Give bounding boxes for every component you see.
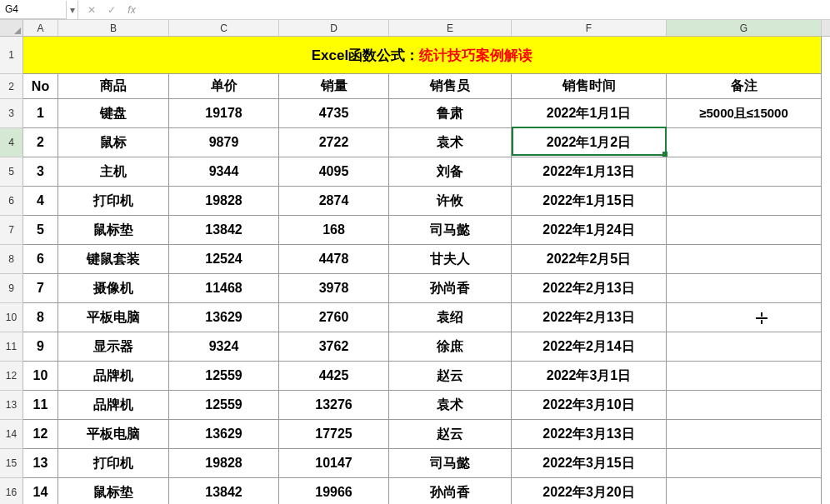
cell[interactable]: 3 — [23, 157, 58, 187]
row-header-1[interactable]: 1 — [0, 37, 23, 74]
cell[interactable]: 刘备 — [389, 157, 512, 187]
cell[interactable]: 9324 — [169, 332, 279, 362]
cell[interactable]: 9344 — [169, 157, 279, 187]
name-box[interactable]: G4 — [0, 1, 67, 19]
cell[interactable]: 2760 — [279, 303, 389, 332]
cell[interactable]: 13629 — [169, 420, 279, 449]
col-header-F[interactable]: F — [512, 20, 667, 36]
cell[interactable]: 2022年1月15日 — [512, 187, 667, 216]
row-header-13[interactable]: 13 — [0, 391, 23, 420]
cell[interactable]: 17725 — [279, 420, 389, 449]
cell[interactable]: 袁绍 — [389, 303, 512, 332]
remark-cell[interactable] — [667, 332, 822, 362]
remark-cell[interactable] — [667, 449, 822, 478]
cell[interactable]: 12559 — [169, 391, 279, 420]
cell[interactable]: 11468 — [169, 274, 279, 303]
cells-area[interactable]: Excel函数公式：统计技巧案例解读No商品单价销量销售员销售时间备注1键盘19… — [23, 37, 830, 504]
header-cell[interactable]: 备注 — [667, 74, 822, 99]
cell[interactable]: 13629 — [169, 303, 279, 332]
row-header-11[interactable]: 11 — [0, 332, 23, 362]
row-header-3[interactable]: 3 — [0, 99, 23, 128]
col-header-E[interactable]: E — [389, 20, 512, 36]
row-header-15[interactable]: 15 — [0, 449, 23, 478]
header-cell[interactable]: 销售时间 — [512, 74, 667, 99]
cell[interactable]: 司马懿 — [389, 449, 512, 478]
row-header-2[interactable]: 2 — [0, 74, 23, 99]
remark-cell[interactable]: ≥5000且≤15000 — [667, 99, 822, 128]
cell[interactable]: 2022年3月15日 — [512, 449, 667, 478]
cell[interactable]: 4478 — [279, 245, 389, 274]
cell[interactable]: 鲁肃 — [389, 99, 512, 128]
remark-cell[interactable] — [667, 391, 822, 420]
cell[interactable]: 13 — [23, 449, 58, 478]
remark-cell[interactable] — [667, 128, 822, 157]
col-header-D[interactable]: D — [279, 20, 389, 36]
cell[interactable]: 平板电脑 — [58, 420, 169, 449]
cell[interactable]: 12524 — [169, 245, 279, 274]
cell[interactable]: 8 — [23, 303, 58, 332]
cell[interactable]: 11 — [23, 391, 58, 420]
cell[interactable]: 许攸 — [389, 187, 512, 216]
row-header-14[interactable]: 14 — [0, 420, 23, 449]
cell[interactable]: 2022年1月2日 — [512, 128, 667, 157]
col-header-C[interactable]: C — [169, 20, 279, 36]
cell[interactable]: 13842 — [169, 216, 279, 245]
remark-cell[interactable] — [667, 274, 822, 303]
cell[interactable]: 3762 — [279, 332, 389, 362]
cell[interactable]: 19178 — [169, 99, 279, 128]
select-all-corner[interactable] — [0, 20, 23, 36]
cell[interactable]: 9 — [23, 332, 58, 362]
cell[interactable]: 2022年1月13日 — [512, 157, 667, 187]
cell[interactable]: 孙尚香 — [389, 274, 512, 303]
cell[interactable]: 袁术 — [389, 128, 512, 157]
cell[interactable]: 1 — [23, 99, 58, 128]
remark-cell[interactable] — [667, 245, 822, 274]
cell[interactable]: 袁术 — [389, 391, 512, 420]
cell[interactable]: 赵云 — [389, 420, 512, 449]
cell[interactable]: 4735 — [279, 99, 389, 128]
cell[interactable]: 2022年1月24日 — [512, 216, 667, 245]
col-header-G[interactable]: G — [667, 20, 822, 36]
cell[interactable]: 13276 — [279, 391, 389, 420]
header-cell[interactable]: No — [23, 74, 58, 99]
cell[interactable]: 司马懿 — [389, 216, 512, 245]
cell[interactable]: 2022年3月10日 — [512, 391, 667, 420]
cell[interactable]: 19828 — [169, 449, 279, 478]
remark-cell[interactable] — [667, 303, 822, 332]
cell[interactable]: 9879 — [169, 128, 279, 157]
header-cell[interactable]: 销售员 — [389, 74, 512, 99]
cell[interactable]: 2022年2月13日 — [512, 303, 667, 332]
cell[interactable]: 键盘 — [58, 99, 169, 128]
cell[interactable]: 7 — [23, 274, 58, 303]
cell[interactable]: 鼠标 — [58, 128, 169, 157]
cell[interactable]: 2022年2月14日 — [512, 332, 667, 362]
cell[interactable]: 10147 — [279, 449, 389, 478]
cell[interactable]: 打印机 — [58, 449, 169, 478]
cell[interactable]: 徐庶 — [389, 332, 512, 362]
cell[interactable]: 168 — [279, 216, 389, 245]
cell[interactable]: 12 — [23, 420, 58, 449]
row-header-16[interactable]: 16 — [0, 478, 23, 504]
cell[interactable]: 14 — [23, 478, 58, 504]
col-header-B[interactable]: B — [58, 20, 169, 36]
cell[interactable]: 19966 — [279, 478, 389, 504]
cell[interactable]: 赵云 — [389, 362, 512, 391]
cell[interactable]: 4425 — [279, 362, 389, 391]
cell[interactable]: 2874 — [279, 187, 389, 216]
cell[interactable]: 打印机 — [58, 187, 169, 216]
cell[interactable]: 6 — [23, 245, 58, 274]
cell[interactable]: 品牌机 — [58, 391, 169, 420]
row-header-6[interactable]: 6 — [0, 187, 23, 216]
cell[interactable]: 主机 — [58, 157, 169, 187]
cell[interactable]: 2 — [23, 128, 58, 157]
remark-cell[interactable] — [667, 157, 822, 187]
cell[interactable]: 2022年3月20日 — [512, 478, 667, 504]
name-box-dropdown-icon[interactable]: ▾ — [67, 1, 78, 19]
formula-input[interactable] — [145, 1, 830, 19]
cell[interactable]: 2022年3月13日 — [512, 420, 667, 449]
cell[interactable]: 13842 — [169, 478, 279, 504]
cell[interactable]: 3978 — [279, 274, 389, 303]
remark-cell[interactable] — [667, 216, 822, 245]
cell[interactable]: 平板电脑 — [58, 303, 169, 332]
cell[interactable]: 19828 — [169, 187, 279, 216]
